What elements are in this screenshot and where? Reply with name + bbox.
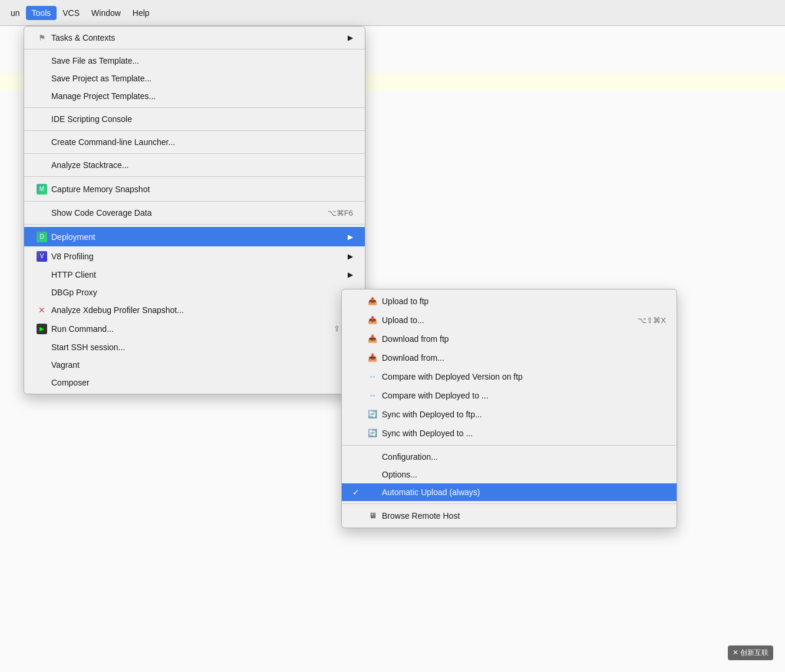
submenu-item-configuration[interactable]: Configuration... — [342, 448, 677, 466]
save_file-label: Save File as Template... — [51, 56, 353, 65]
dbgp_proxy-label: DBGp Proxy — [51, 288, 343, 297]
composer-label: Composer — [51, 378, 343, 387]
tools-dropdown-menu: ⚑Tasks & Contexts▶Save File as Template.… — [24, 26, 365, 394]
upload_ftp-icon: 📤 — [367, 296, 378, 307]
menu-separator — [24, 176, 365, 177]
menu-separator — [24, 49, 365, 50]
menu-separator — [24, 130, 365, 131]
menu-item-start_ssh[interactable]: Start SSH session... — [24, 338, 365, 356]
submenu-item-upload_ftp[interactable]: 📤Upload to ftp — [342, 292, 677, 311]
menu-item-ide_scripting[interactable]: IDE Scripting Console — [24, 110, 365, 128]
compare_deployed_to-label: Compare with Deployed to ... — [382, 391, 666, 400]
run_command-label: Run Command... — [51, 324, 316, 334]
options-label: Options... — [382, 470, 666, 479]
tasks-label: Tasks & Contexts — [51, 33, 343, 42]
submenu-item-auto_upload[interactable]: ✓Automatic Upload (always) — [342, 483, 677, 501]
analyze_xdebug-label: Analyze Xdebug Profiler Snapshot... — [51, 305, 353, 315]
sync_deployed_ftp-icon: 🔄 — [367, 409, 378, 420]
submenu-separator — [342, 445, 677, 446]
download_ftp-icon: 📥 — [367, 334, 378, 344]
v8_profiling-label: V8 Profiling — [51, 252, 343, 261]
submenu-item-sync_deployed_to[interactable]: 🔄Sync with Deployed to ... — [342, 424, 677, 443]
upload_to-label: Upload to... — [382, 315, 620, 325]
vagrant-label: Vagrant — [51, 360, 343, 370]
auto_upload-check: ✓ — [352, 487, 364, 497]
upload_to-shortcut: ⌥⇧⌘X — [638, 316, 666, 325]
download_from-label: Download from... — [382, 353, 666, 363]
compare_deployed_ftp-icon: ↔ — [367, 371, 378, 382]
menu-item-composer[interactable]: Composer▶ — [24, 374, 365, 391]
menubar: unToolsVCSWindowHelp — [0, 0, 785, 26]
submenu-item-upload_to[interactable]: 📤Upload to...⌥⇧⌘X — [342, 311, 677, 330]
run_command-icon: ▶ — [36, 323, 48, 334]
upload_to-icon: 📤 — [367, 315, 378, 325]
menubar-item-help[interactable]: Help — [127, 6, 156, 20]
deployment-label: Deployment — [51, 232, 343, 242]
menu-item-run_command[interactable]: ▶Run Command...⇧⌘X — [24, 319, 365, 338]
menubar-item-window[interactable]: Window — [85, 6, 127, 20]
browse_remote-icon: 🖥 — [367, 510, 378, 521]
menubar-item-un[interactable]: un — [5, 6, 26, 20]
menu-item-save_project[interactable]: Save Project as Template... — [24, 70, 365, 87]
menu-item-analyze_stacktrace[interactable]: Analyze Stacktrace... — [24, 156, 365, 174]
menubar-item-tools[interactable]: Tools — [26, 6, 57, 20]
menu-item-http_client[interactable]: HTTP Client▶ — [24, 266, 365, 284]
submenu-item-download_ftp[interactable]: 📥Download from ftp — [342, 330, 677, 348]
save_project-label: Save Project as Template... — [51, 74, 353, 83]
tasks-icon: ⚑ — [36, 33, 48, 42]
submenu-item-browse_remote[interactable]: 🖥Browse Remote Host — [342, 506, 677, 525]
menu-separator — [24, 153, 365, 154]
submenu-separator — [342, 503, 677, 504]
deployment-arrow: ▶ — [348, 233, 353, 241]
http_client-label: HTTP Client — [51, 270, 343, 279]
manage_templates-label: Manage Project Templates... — [51, 91, 353, 101]
create_launcher-label: Create Command-line Launcher... — [51, 137, 353, 147]
tasks-arrow: ▶ — [348, 34, 353, 42]
menu-separator — [24, 107, 365, 108]
analyze_xdebug-icon: ✕ — [36, 305, 48, 315]
deployment-submenu: 📤Upload to ftp📤Upload to...⌥⇧⌘X📥Download… — [341, 289, 677, 528]
start_ssh-label: Start SSH session... — [51, 342, 353, 352]
menu-separator — [24, 224, 365, 225]
menu-item-show_coverage[interactable]: Show Code Coverage Data⌥⌘F6 — [24, 204, 365, 222]
show_coverage-label: Show Code Coverage Data — [51, 208, 310, 218]
submenu-item-download_from[interactable]: 📥Download from... — [342, 348, 677, 367]
menu-item-save_file[interactable]: Save File as Template... — [24, 52, 365, 70]
menu-separator — [24, 201, 365, 202]
menu-item-vagrant[interactable]: Vagrant▶ — [24, 356, 365, 374]
sync_deployed_ftp-label: Sync with Deployed to ftp... — [382, 410, 666, 419]
submenu-item-compare_deployed_ftp[interactable]: ↔Compare with Deployed Version on ftp — [342, 367, 677, 386]
capture_memory-icon: M — [36, 183, 48, 195]
menu-item-manage_templates[interactable]: Manage Project Templates... — [24, 87, 365, 105]
download_ftp-label: Download from ftp — [382, 334, 666, 344]
submenu-item-options[interactable]: Options... — [342, 466, 677, 483]
menu-item-tasks[interactable]: ⚑Tasks & Contexts▶ — [24, 29, 365, 47]
menu-item-deployment[interactable]: DDeployment▶ — [24, 227, 365, 246]
http_client-arrow: ▶ — [348, 271, 353, 279]
compare_deployed_to-icon: ↔ — [367, 390, 378, 401]
deployment-icon: D — [36, 231, 48, 242]
compare_deployed_ftp-label: Compare with Deployed Version on ftp — [382, 372, 666, 381]
submenu-item-sync_deployed_ftp[interactable]: 🔄Sync with Deployed to ftp... — [342, 405, 677, 424]
menu-item-capture_memory[interactable]: MCapture Memory Snapshot — [24, 179, 365, 199]
browse_remote-label: Browse Remote Host — [382, 511, 666, 521]
menu-item-v8_profiling[interactable]: VV8 Profiling▶ — [24, 246, 365, 266]
watermark: ✕ 创新互联 — [728, 645, 773, 660]
show_coverage-shortcut: ⌥⌘F6 — [328, 209, 353, 218]
menubar-item-vcs[interactable]: VCS — [57, 6, 85, 20]
v8_profiling-icon: V — [36, 251, 48, 262]
menu-item-dbgp_proxy[interactable]: DBGp Proxy▶ — [24, 284, 365, 301]
upload_ftp-label: Upload to ftp — [382, 297, 666, 306]
submenu-item-compare_deployed_to[interactable]: ↔Compare with Deployed to ... — [342, 386, 677, 405]
auto_upload-label: Automatic Upload (always) — [382, 487, 666, 497]
sync_deployed_to-icon: 🔄 — [367, 428, 378, 439]
menu-item-create_launcher[interactable]: Create Command-line Launcher... — [24, 133, 365, 151]
menu-item-analyze_xdebug[interactable]: ✕Analyze Xdebug Profiler Snapshot... — [24, 301, 365, 319]
configuration-label: Configuration... — [382, 452, 666, 462]
analyze_stacktrace-label: Analyze Stacktrace... — [51, 160, 353, 170]
ide_scripting-label: IDE Scripting Console — [51, 114, 353, 124]
sync_deployed_to-label: Sync with Deployed to ... — [382, 429, 666, 438]
download_from-icon: 📥 — [367, 353, 378, 363]
capture_memory-label: Capture Memory Snapshot — [51, 185, 353, 194]
v8_profiling-arrow: ▶ — [348, 252, 353, 261]
